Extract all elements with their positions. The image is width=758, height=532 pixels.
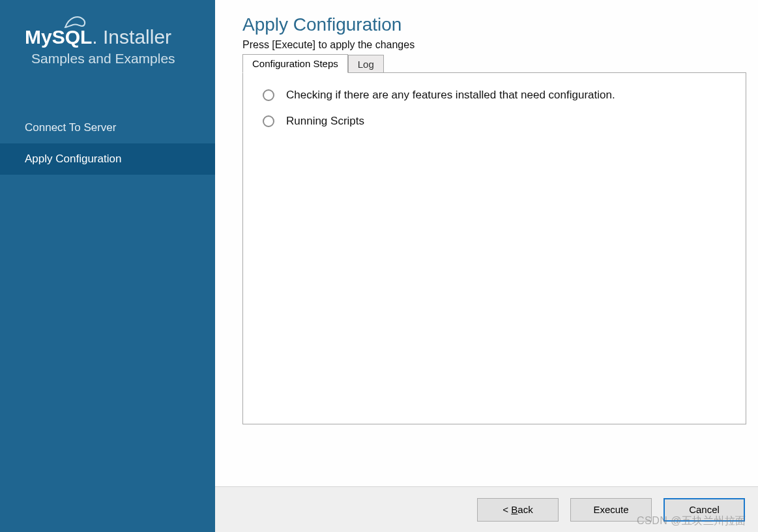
step-label: Checking if there are any features insta… xyxy=(286,89,615,102)
back-button[interactable]: < Back xyxy=(477,498,559,522)
step-label: Running Scripts xyxy=(286,115,364,128)
sidebar: MySQL. Installer Samples and Examples Co… xyxy=(0,0,215,532)
tab-row: Configuration Steps Log xyxy=(242,53,746,72)
main-panel: Apply Configuration Press [Execute] to a… xyxy=(215,0,758,532)
sidebar-item-apply-configuration[interactable]: Apply Configuration xyxy=(0,143,215,175)
tab-log[interactable]: Log xyxy=(348,55,384,73)
tab-configuration-steps[interactable]: Configuration Steps xyxy=(242,54,348,73)
configuration-steps-panel: Checking if there are any features insta… xyxy=(242,72,746,424)
page-subtext: Press [Execute] to apply the changes xyxy=(242,39,746,51)
wizard-nav: Connect To Server Apply Configuration xyxy=(0,112,215,175)
watermark-text: CSDN @五块兰州拉面 xyxy=(637,514,746,528)
logo-subtitle: Samples and Examples xyxy=(31,51,196,66)
logo-block: MySQL. Installer Samples and Examples xyxy=(0,0,215,73)
status-pending-icon xyxy=(263,115,274,127)
status-pending-icon xyxy=(263,89,274,101)
sidebar-item-connect-to-server[interactable]: Connect To Server xyxy=(0,112,215,143)
page-title: Apply Configuration xyxy=(242,14,746,35)
step-item: Running Scripts xyxy=(263,115,726,128)
step-item: Checking if there are any features insta… xyxy=(263,89,726,102)
logo-title: MySQL. Installer xyxy=(25,26,196,48)
